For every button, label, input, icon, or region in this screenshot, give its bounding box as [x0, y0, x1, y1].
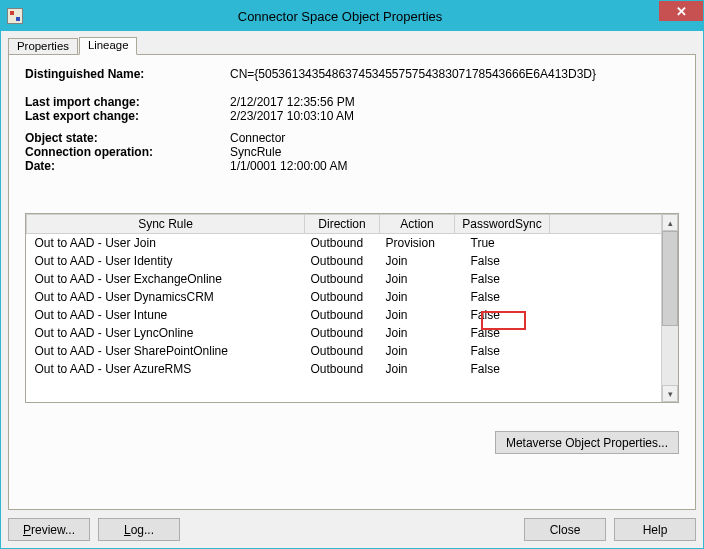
last-import-label: Last import change:: [25, 95, 230, 109]
help-button[interactable]: Help: [614, 518, 696, 541]
cell-rule: Out to AAD - User SharePointOnline: [27, 342, 305, 360]
dialog-button-row: Preview... Log... Close Help: [8, 518, 696, 541]
cell-direction: Outbound: [305, 252, 380, 270]
cell-rule: Out to AAD - User AzureRMS: [27, 360, 305, 378]
cell-direction: Outbound: [305, 342, 380, 360]
cell-password-sync: False: [455, 342, 550, 360]
conn-op-value: SyncRule: [230, 145, 281, 159]
cell-password-sync: False: [455, 306, 550, 324]
cell-direction: Outbound: [305, 270, 380, 288]
cell-rule: Out to AAD - User Join: [27, 234, 305, 253]
cell-action: Join: [380, 288, 455, 306]
preview-button[interactable]: Preview...: [8, 518, 90, 541]
window-title: Connector Space Object Properties: [0, 9, 697, 24]
col-password-sync[interactable]: PasswordSync: [455, 215, 550, 234]
cell-password-sync: False: [455, 360, 550, 378]
table-row[interactable]: Out to AAD - User Intune Outbound Join F…: [27, 306, 662, 324]
table-row[interactable]: Out to AAD - User Identity Outbound Join…: [27, 252, 662, 270]
dialog-window: Connector Space Object Properties ✕ Prop…: [0, 0, 704, 549]
cell-password-sync: False: [455, 252, 550, 270]
close-button[interactable]: Close: [524, 518, 606, 541]
cell-password-sync: False: [455, 324, 550, 342]
scroll-up-icon[interactable]: ▴: [662, 214, 678, 231]
dn-value: CN={505361343548637453455757543830717854…: [230, 67, 596, 81]
cell-direction: Outbound: [305, 288, 380, 306]
scrollbar[interactable]: ▴ ▾: [661, 214, 678, 402]
last-import-value: 2/12/2017 12:35:56 PM: [230, 95, 355, 109]
cell-direction: Outbound: [305, 234, 380, 253]
table-row[interactable]: Out to AAD - User Join Outbound Provisio…: [27, 234, 662, 253]
table-row[interactable]: Out to AAD - User AzureRMS Outbound Join…: [27, 360, 662, 378]
cell-action: Join: [380, 306, 455, 324]
cell-action: Join: [380, 324, 455, 342]
cell-action: Join: [380, 360, 455, 378]
sync-rule-table: Sync Rule Direction Action PasswordSync …: [25, 213, 679, 403]
dn-label: Distinguished Name:: [25, 67, 230, 81]
object-state-label: Object state:: [25, 131, 230, 145]
cell-password-sync: True: [455, 234, 550, 253]
col-spacer: [550, 215, 662, 234]
object-state-value: Connector: [230, 131, 285, 145]
cell-password-sync: False: [455, 270, 550, 288]
app-icon: [7, 8, 23, 24]
col-action[interactable]: Action: [380, 215, 455, 234]
scroll-down-icon[interactable]: ▾: [662, 385, 678, 402]
client-area: Properties Lineage Distinguished Name: C…: [1, 31, 703, 548]
cell-direction: Outbound: [305, 360, 380, 378]
last-export-label: Last export change:: [25, 109, 230, 123]
cell-password-sync: False: [455, 288, 550, 306]
cell-rule: Out to AAD - User DynamicsCRM: [27, 288, 305, 306]
cell-rule: Out to AAD - User Identity: [27, 252, 305, 270]
cell-action: Join: [380, 342, 455, 360]
scroll-thumb[interactable]: [662, 231, 678, 326]
cell-direction: Outbound: [305, 324, 380, 342]
metaverse-properties-button[interactable]: Metaverse Object Properties...: [495, 431, 679, 454]
close-icon[interactable]: ✕: [659, 1, 703, 21]
table-header-row: Sync Rule Direction Action PasswordSync: [27, 215, 662, 234]
tab-properties[interactable]: Properties: [8, 38, 78, 54]
table-row[interactable]: Out to AAD - User DynamicsCRM Outbound J…: [27, 288, 662, 306]
scroll-track[interactable]: [662, 231, 678, 385]
last-export-value: 2/23/2017 10:03:10 AM: [230, 109, 354, 123]
conn-op-label: Connection operation:: [25, 145, 230, 159]
table-row[interactable]: Out to AAD - User SharePointOnline Outbo…: [27, 342, 662, 360]
titlebar: Connector Space Object Properties ✕: [1, 1, 703, 31]
col-sync-rule[interactable]: Sync Rule: [27, 215, 305, 234]
tab-strip: Properties Lineage: [8, 34, 696, 54]
col-direction[interactable]: Direction: [305, 215, 380, 234]
lineage-panel: Distinguished Name: CN={5053613435486374…: [8, 54, 696, 510]
date-value: 1/1/0001 12:00:00 AM: [230, 159, 347, 173]
cell-rule: Out to AAD - User LyncOnline: [27, 324, 305, 342]
cell-rule: Out to AAD - User ExchangeOnline: [27, 270, 305, 288]
log-button[interactable]: Log...: [98, 518, 180, 541]
cell-rule: Out to AAD - User Intune: [27, 306, 305, 324]
cell-action: Join: [380, 252, 455, 270]
tab-lineage[interactable]: Lineage: [79, 37, 138, 55]
date-label: Date:: [25, 159, 230, 173]
cell-action: Provision: [380, 234, 455, 253]
cell-direction: Outbound: [305, 306, 380, 324]
table-row[interactable]: Out to AAD - User ExchangeOnline Outboun…: [27, 270, 662, 288]
table-row[interactable]: Out to AAD - User LyncOnline Outbound Jo…: [27, 324, 662, 342]
cell-action: Join: [380, 270, 455, 288]
